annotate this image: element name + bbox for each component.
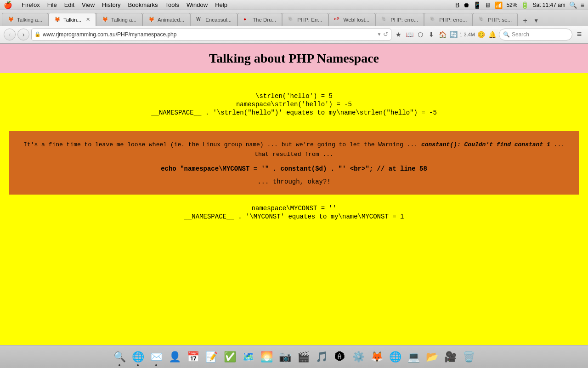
- lastpass-icon: B: [455, 1, 459, 9]
- dock-chrome[interactable]: 🌐: [387, 349, 403, 365]
- dock-maps[interactable]: 🗺️: [240, 349, 256, 365]
- bookmark-star-icon[interactable]: ★: [393, 29, 403, 40]
- tab-overflow-button[interactable]: ▼: [531, 16, 541, 26]
- tab-10[interactable]: 🐘 PHP: erro...: [424, 13, 473, 26]
- tab-10-favicon: 🐘: [430, 17, 436, 23]
- dock-firefox[interactable]: 🦊: [368, 349, 385, 365]
- menu-history[interactable]: History: [102, 1, 120, 8]
- reader-icon[interactable]: 📖: [404, 29, 414, 40]
- tab-5[interactable]: W Encapsul...: [190, 13, 237, 26]
- list-icon[interactable]: ≡: [581, 1, 584, 9]
- dock-filezilla[interactable]: 📂: [424, 349, 440, 365]
- dock-notes[interactable]: 📝: [203, 349, 220, 365]
- menu-firefox[interactable]: Firefox: [22, 1, 40, 8]
- dock-trash[interactable]: 🗑️: [460, 349, 477, 365]
- apple-menu[interactable]: 🍎: [4, 1, 12, 9]
- output-line-1: \strlen('hello') = 5: [9, 92, 579, 100]
- dock-itunes[interactable]: 🎵: [313, 349, 330, 365]
- output-line-2: namespace\strlen('hello') = -5: [9, 101, 579, 108]
- emoji-icon[interactable]: 😊: [476, 29, 486, 40]
- dock-vlc[interactable]: 🎥: [442, 349, 458, 365]
- dock-appstore[interactable]: 🅐: [332, 349, 348, 365]
- dock-finder[interactable]: 🔍: [111, 349, 128, 365]
- new-tab-button[interactable]: +: [519, 16, 531, 26]
- output-line-3: __NAMESPACE__ . '\strlen("hello")' equat…: [9, 109, 579, 116]
- warning-through: ... through, okay?!: [18, 178, 570, 185]
- page-header: Talking about PHP Namespace: [0, 44, 588, 73]
- tab-2[interactable]: 🦊 Talkin... ✕: [48, 13, 96, 26]
- output2-line-1: namespace\MYCONST = '': [9, 205, 579, 212]
- dock-calendar[interactable]: 📅: [185, 349, 201, 365]
- url-text: www.rjmprogramming.com.au/PHP/mynamespac…: [43, 31, 375, 38]
- forward-button[interactable]: ›: [17, 29, 29, 40]
- tab-9[interactable]: 🐘 PHP: erro...: [375, 13, 424, 26]
- time-display: Sat 11:47 am: [532, 2, 565, 8]
- dock-safari[interactable]: 🌐: [130, 349, 146, 365]
- dock-terminal[interactable]: 💻: [405, 349, 422, 365]
- menu-bookmarks[interactable]: Bookmarks: [128, 1, 158, 8]
- menu-bar: 🍎 Firefox File Edit View History Bookmar…: [0, 0, 588, 10]
- menu-window[interactable]: Window: [187, 1, 208, 8]
- output-section-1: \strlen('hello') = 5 namespace\strlen('h…: [9, 82, 579, 131]
- tab-8-label: WebHost...: [344, 17, 370, 23]
- record-icon: ⏺: [463, 1, 469, 9]
- pocket-icon[interactable]: ⬡: [415, 29, 425, 40]
- tab-2-favicon: 🦊: [54, 17, 61, 23]
- dock-photos[interactable]: 🌅: [258, 349, 275, 365]
- tab-7-label: PHP: Err...: [297, 17, 322, 23]
- dock-iphoto[interactable]: 📷: [277, 349, 293, 365]
- url-bar[interactable]: 🔒 www.rjmprogramming.com.au/PHP/mynamesp…: [31, 29, 391, 40]
- dock-imovie[interactable]: 🎬: [295, 349, 311, 365]
- back-button[interactable]: ‹: [4, 29, 16, 40]
- wifi-icon: 📶: [495, 1, 503, 9]
- tab-9-label: PHP: erro...: [390, 17, 418, 23]
- tab-3[interactable]: 🦊 Talking a...: [96, 13, 142, 26]
- tab-3-favicon: 🦊: [102, 17, 108, 23]
- tab-2-label: Talkin...: [63, 17, 81, 23]
- tab-11[interactable]: 🐘 PHP: se...: [473, 13, 518, 26]
- warning-box: It's a fine time to leave me loose wheel…: [9, 131, 579, 195]
- tab-6-favicon: ●: [243, 17, 250, 23]
- url-refresh-icon[interactable]: ↺: [383, 31, 388, 38]
- tab-4-label: Animated...: [158, 17, 184, 23]
- tab-1-favicon: 🦊: [8, 17, 14, 23]
- dock-mail[interactable]: ✉️: [148, 349, 164, 365]
- dock-contacts[interactable]: 👤: [166, 349, 183, 365]
- tab-10-label: PHP: erro...: [439, 17, 467, 23]
- search-bar[interactable]: 🔍 Search: [499, 29, 572, 40]
- tab-8-favicon: cP: [334, 17, 341, 23]
- url-dropdown-icon[interactable]: ▼: [377, 32, 381, 37]
- tab-6[interactable]: ● The Dru...: [237, 13, 282, 26]
- tab-11-favicon: 🐘: [479, 17, 485, 23]
- dock-reminders[interactable]: ✅: [221, 349, 238, 365]
- menu-file[interactable]: File: [47, 1, 57, 8]
- warning-code-text: echo "namespace\MYCONST = '" . constant(…: [161, 165, 427, 172]
- menu-help[interactable]: Help: [215, 1, 227, 8]
- nav-bar: ‹ › 🔒 www.rjmprogramming.com.au/PHP/myna…: [0, 26, 588, 43]
- menu-icon[interactable]: ≡: [574, 29, 584, 40]
- tab-7-favicon: 🐘: [288, 17, 294, 23]
- tab-8[interactable]: cP WebHost...: [328, 13, 376, 26]
- dock-system-prefs[interactable]: ⚙️: [350, 349, 367, 365]
- notification-icon[interactable]: 🔔: [487, 29, 497, 40]
- battery-icon: 🔋: [521, 1, 529, 9]
- page-title: Talking about PHP Namespace: [7, 51, 581, 66]
- tab-bar: 🦊 Talking a... 🦊 Talkin... ✕ 🦊 Talking a…: [0, 10, 588, 26]
- sync-icon[interactable]: 🔄: [448, 29, 458, 40]
- search-menu-icon[interactable]: 🔍: [569, 1, 577, 9]
- home-icon[interactable]: 🏠: [437, 29, 447, 40]
- output-section-2: namespace\MYCONST = '' __NAMESPACE__ . '…: [9, 195, 579, 230]
- menu-view[interactable]: View: [82, 1, 95, 8]
- menu-edit[interactable]: Edit: [64, 1, 74, 8]
- tab-2-close[interactable]: ✕: [86, 17, 90, 23]
- count-badge: 1 3.4M: [459, 32, 475, 37]
- download-icon[interactable]: ⬇: [426, 29, 436, 40]
- tab-4[interactable]: 🦊 Animated...: [142, 13, 190, 26]
- output2-line-2: __NAMESPACE__ . '\MYCONST' equates to my…: [9, 213, 579, 220]
- warning-code: echo "namespace\MYCONST = '" . constant(…: [18, 165, 570, 172]
- search-icon: 🔍: [503, 31, 510, 38]
- tab-4-favicon: 🦊: [148, 17, 155, 23]
- tab-1[interactable]: 🦊 Talking a...: [2, 13, 48, 26]
- menu-tools[interactable]: Tools: [165, 1, 179, 8]
- tab-7[interactable]: 🐘 PHP: Err...: [282, 13, 328, 26]
